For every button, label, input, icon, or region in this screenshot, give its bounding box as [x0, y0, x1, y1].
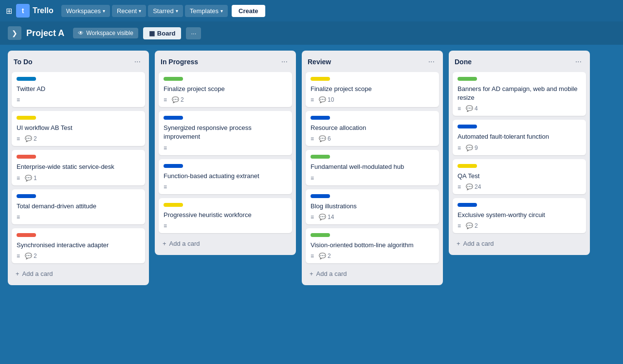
card-description-icon: ≡ — [17, 214, 20, 220]
workspace-visible-button[interactable]: 👁 Workspace visible — [73, 28, 138, 38]
card-title: QA Test — [458, 172, 581, 181]
card-description-icon: ≡ — [17, 135, 20, 142]
column-header: Review ··· — [306, 55, 439, 68]
chevron-down-icon: ▾ — [103, 8, 105, 14]
card-meta: ≡ — [164, 222, 287, 229]
card-comments: 💬2 — [319, 253, 331, 259]
card-comments: 💬10 — [319, 96, 334, 103]
recent-button[interactable]: Recent ▾ — [112, 5, 146, 17]
card-comments: 💬24 — [466, 183, 481, 190]
card-description-icon: ≡ — [311, 253, 314, 259]
card-comments: 💬2 — [172, 96, 184, 103]
card[interactable]: Synergized responsive process improvemen… — [159, 111, 292, 155]
card-description-icon: ≡ — [164, 145, 167, 151]
card-comments: 💬9 — [466, 145, 478, 151]
card-meta: ≡💬2 — [17, 253, 140, 259]
card-label — [17, 77, 36, 81]
card-label — [164, 116, 183, 120]
card-label — [164, 203, 183, 207]
card[interactable]: Enterprise-wide static service-desk ≡💬1 — [12, 150, 145, 185]
sidebar-toggle-button[interactable]: ❯ — [8, 26, 21, 40]
card-meta: ≡💬2 — [458, 222, 581, 229]
card-description-icon: ≡ — [458, 145, 461, 151]
card-comments: 💬2 — [25, 135, 37, 142]
column-review: Review ··· Finalize project scope ≡💬10 R… — [302, 51, 443, 285]
card-label — [458, 125, 477, 128]
card[interactable]: Banners for AD campaign, web and mobile … — [453, 72, 586, 116]
board-header: ❯ Project A 👁 Workspace visible ▦ Board … — [0, 21, 623, 45]
add-card-button[interactable]: +Add a card — [12, 267, 145, 280]
card-description-icon: ≡ — [311, 96, 314, 103]
card-label — [17, 116, 36, 120]
card[interactable]: Resource allocation ≡💬6 — [306, 111, 439, 146]
card-title: Finalize project scope — [311, 85, 434, 93]
card-label — [17, 233, 36, 237]
card[interactable]: Automated fault-tolerant function ≡💬9 — [453, 120, 586, 155]
card-label — [164, 77, 183, 81]
trello-logo-text: Trello — [33, 6, 54, 15]
card-title: Total demand-driven attitude — [17, 202, 140, 211]
card[interactable]: Synchronised interactive adapter ≡💬2 — [12, 228, 145, 263]
card[interactable]: Function-based actuating extranet ≡ — [159, 159, 292, 194]
card[interactable]: Vision-oriented bottom-line algorithm ≡💬… — [306, 228, 439, 263]
add-card-button[interactable]: +Add a card — [453, 237, 586, 250]
card-label — [458, 77, 477, 81]
card-label — [164, 164, 183, 168]
starred-button[interactable]: Starred ▾ — [148, 5, 183, 17]
card-title: Function-based actuating extranet — [164, 172, 287, 181]
card-description-icon: ≡ — [311, 214, 314, 220]
card-description-icon: ≡ — [311, 135, 314, 142]
grid-icon[interactable]: ⊞ — [6, 6, 12, 16]
card-meta: ≡ — [311, 175, 434, 182]
card-title: Synchronised interactive adapter — [17, 241, 140, 250]
column-title: Review — [308, 58, 331, 66]
card-description-icon: ≡ — [17, 253, 20, 259]
card[interactable]: Blog illustrations ≡💬14 — [306, 189, 439, 224]
board-more-button[interactable]: ··· — [186, 27, 201, 39]
chevron-down-icon: ▾ — [139, 8, 141, 14]
column-menu-button[interactable]: ··· — [426, 56, 437, 67]
column-header: In Progress ··· — [159, 55, 292, 68]
add-card-button[interactable]: +Add a card — [159, 237, 292, 250]
card-label — [311, 116, 330, 120]
card[interactable]: Fundamental well-modulated hub ≡ — [306, 150, 439, 185]
column-title: Done — [455, 58, 472, 66]
column-header: Done ··· — [453, 55, 586, 68]
board-area: To Do ··· Twitter AD ≡ UI workflow AB Te… — [0, 45, 623, 364]
column-menu-button[interactable]: ··· — [132, 56, 143, 67]
card-title: Exclusive system-worthy circuit — [458, 211, 581, 219]
card-title: Resource allocation — [311, 124, 434, 132]
card[interactable]: Progressive heuristic workforce ≡ — [159, 198, 292, 233]
card[interactable]: Finalize project scope ≡💬10 — [306, 72, 439, 107]
top-navigation: ⊞ t Trello Workspaces ▾ Recent ▾ Starred… — [0, 0, 623, 21]
plus-icon: + — [16, 270, 19, 277]
card-meta: ≡💬10 — [311, 96, 434, 103]
card-comments: 💬14 — [319, 214, 334, 220]
add-card-button[interactable]: +Add a card — [306, 267, 439, 280]
plus-icon: + — [163, 240, 166, 247]
card-meta: ≡ — [17, 214, 140, 220]
card-meta: ≡💬2 — [17, 135, 140, 142]
card[interactable]: Twitter AD ≡ — [12, 72, 145, 107]
create-button[interactable]: Create — [232, 5, 265, 17]
card[interactable]: Total demand-driven attitude ≡ — [12, 189, 145, 224]
card[interactable]: QA Test ≡💬24 — [453, 159, 586, 194]
trello-logo[interactable]: t Trello — [16, 4, 54, 18]
card-meta: ≡💬6 — [311, 135, 434, 142]
card-label — [311, 77, 330, 81]
card-title: Automated fault-tolerant function — [458, 132, 581, 141]
column-menu-button[interactable]: ··· — [573, 56, 584, 67]
workspaces-button[interactable]: Workspaces ▾ — [61, 5, 110, 17]
card[interactable]: UI workflow AB Test ≡💬2 — [12, 111, 145, 146]
card[interactable]: Exclusive system-worthy circuit ≡💬2 — [453, 198, 586, 233]
card[interactable]: Finalize project scope ≡💬2 — [159, 72, 292, 107]
card-description-icon: ≡ — [458, 222, 461, 229]
board-view-button[interactable]: ▦ Board — [143, 27, 182, 39]
card-title: Twitter AD — [17, 85, 140, 93]
card-description-icon: ≡ — [17, 96, 20, 103]
templates-button[interactable]: Templates ▾ — [185, 5, 228, 17]
card-title: Vision-oriented bottom-line algorithm — [311, 241, 434, 250]
card-meta: ≡ — [164, 145, 287, 151]
column-menu-button[interactable]: ··· — [279, 56, 290, 67]
card-label — [17, 155, 36, 159]
